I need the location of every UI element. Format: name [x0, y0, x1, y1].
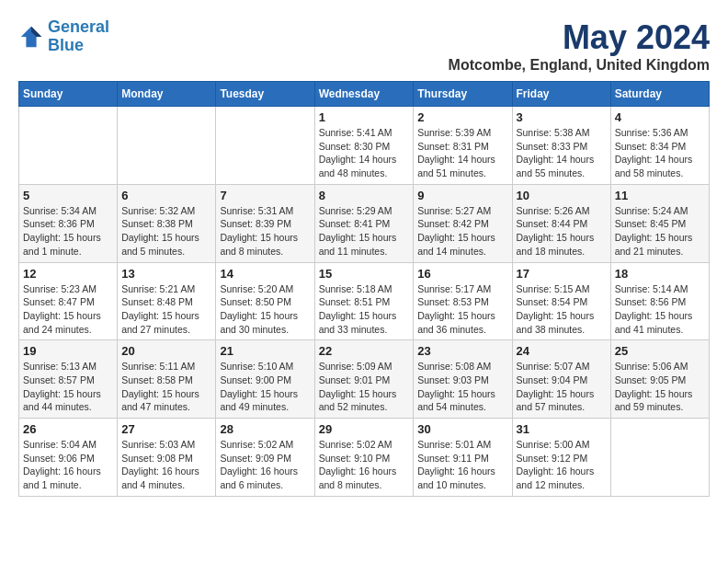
- calendar-cell: 3Sunrise: 5:38 AMSunset: 8:33 PMDaylight…: [512, 107, 610, 185]
- day-info: Sunrise: 5:21 AMSunset: 8:48 PMDaylight:…: [121, 282, 211, 337]
- calendar-cell: 5Sunrise: 5:34 AMSunset: 8:36 PMDaylight…: [19, 184, 118, 262]
- calendar-cell: 1Sunrise: 5:41 AMSunset: 8:30 PMDaylight…: [314, 107, 414, 185]
- day-info: Sunrise: 5:02 AMSunset: 9:09 PMDaylight:…: [220, 438, 310, 492]
- day-number: 29: [319, 422, 410, 436]
- calendar-week-3: 12Sunrise: 5:23 AMSunset: 8:47 PMDayligh…: [19, 262, 710, 340]
- location: Motcombe, England, United Kingdom: [449, 57, 710, 74]
- day-info: Sunrise: 5:06 AMSunset: 9:05 PMDaylight:…: [615, 360, 705, 414]
- day-number: 18: [615, 267, 705, 281]
- calendar-cell: [610, 419, 709, 497]
- day-number: 20: [121, 344, 211, 358]
- logo: GeneralBlue: [18, 18, 109, 55]
- calendar-cell: 14Sunrise: 5:20 AMSunset: 8:50 PMDayligh…: [216, 262, 314, 340]
- col-header-saturday: Saturday: [610, 82, 709, 107]
- calendar-cell: 7Sunrise: 5:31 AMSunset: 8:39 PMDaylight…: [216, 184, 314, 262]
- day-info: Sunrise: 5:10 AMSunset: 9:00 PMDaylight:…: [220, 360, 310, 414]
- calendar-week-5: 26Sunrise: 5:04 AMSunset: 9:06 PMDayligh…: [19, 419, 710, 497]
- day-number: 24: [517, 344, 607, 358]
- day-number: 31: [517, 422, 607, 436]
- day-number: 6: [121, 189, 211, 202]
- calendar-cell: 21Sunrise: 5:10 AMSunset: 9:00 PMDayligh…: [216, 340, 314, 419]
- day-number: 5: [23, 189, 113, 202]
- calendar-cell: 6Sunrise: 5:32 AMSunset: 8:38 PMDaylight…: [118, 184, 216, 262]
- day-number: 27: [121, 422, 211, 436]
- day-number: 17: [517, 267, 607, 281]
- day-info: Sunrise: 5:02 AMSunset: 9:10 PMDaylight:…: [319, 438, 410, 492]
- day-info: Sunrise: 5:11 AMSunset: 8:58 PMDaylight:…: [121, 360, 211, 414]
- day-number: 8: [319, 189, 410, 202]
- day-number: 14: [220, 267, 310, 281]
- day-info: Sunrise: 5:38 AMSunset: 8:33 PMDaylight:…: [517, 126, 607, 180]
- calendar-cell: 27Sunrise: 5:03 AMSunset: 9:08 PMDayligh…: [118, 419, 216, 497]
- col-header-friday: Friday: [512, 82, 610, 107]
- day-number: 22: [319, 344, 410, 358]
- day-info: Sunrise: 5:31 AMSunset: 8:39 PMDaylight:…: [220, 204, 310, 259]
- day-info: Sunrise: 5:20 AMSunset: 8:50 PMDaylight:…: [220, 282, 310, 337]
- calendar-cell: 12Sunrise: 5:23 AMSunset: 8:47 PMDayligh…: [19, 262, 118, 340]
- calendar-cell: 28Sunrise: 5:02 AMSunset: 9:09 PMDayligh…: [216, 419, 314, 497]
- day-info: Sunrise: 5:17 AMSunset: 8:53 PMDaylight:…: [417, 282, 507, 337]
- day-info: Sunrise: 5:15 AMSunset: 8:54 PMDaylight:…: [517, 282, 607, 337]
- day-number: 23: [417, 344, 507, 358]
- day-number: 11: [615, 189, 705, 202]
- calendar-cell: 10Sunrise: 5:26 AMSunset: 8:44 PMDayligh…: [512, 184, 610, 262]
- col-header-monday: Monday: [118, 82, 216, 107]
- col-header-tuesday: Tuesday: [216, 82, 314, 107]
- calendar-header-row: SundayMondayTuesdayWednesdayThursdayFrid…: [19, 82, 710, 107]
- col-header-thursday: Thursday: [414, 82, 512, 107]
- day-number: 28: [220, 422, 310, 436]
- day-number: 26: [23, 422, 113, 436]
- calendar-cell: 17Sunrise: 5:15 AMSunset: 8:54 PMDayligh…: [512, 262, 610, 340]
- calendar-cell: 13Sunrise: 5:21 AMSunset: 8:48 PMDayligh…: [118, 262, 216, 340]
- day-info: Sunrise: 5:01 AMSunset: 9:11 PMDaylight:…: [417, 438, 507, 492]
- day-info: Sunrise: 5:23 AMSunset: 8:47 PMDaylight:…: [23, 282, 113, 337]
- day-info: Sunrise: 5:29 AMSunset: 8:41 PMDaylight:…: [319, 204, 410, 259]
- page-header: GeneralBlue May 2024 Motcombe, England, …: [18, 18, 710, 74]
- logo-icon: [18, 24, 44, 50]
- calendar-cell: 18Sunrise: 5:14 AMSunset: 8:56 PMDayligh…: [610, 262, 709, 340]
- calendar-cell: 31Sunrise: 5:00 AMSunset: 9:12 PMDayligh…: [512, 419, 610, 497]
- day-number: 21: [220, 344, 310, 358]
- calendar-cell: 8Sunrise: 5:29 AMSunset: 8:41 PMDaylight…: [314, 184, 414, 262]
- day-info: Sunrise: 5:14 AMSunset: 8:56 PMDaylight:…: [615, 282, 705, 337]
- day-info: Sunrise: 5:39 AMSunset: 8:31 PMDaylight:…: [417, 126, 507, 180]
- day-number: 19: [23, 344, 113, 358]
- day-number: 16: [417, 267, 507, 281]
- day-number: 7: [220, 189, 310, 202]
- calendar-week-1: 1Sunrise: 5:41 AMSunset: 8:30 PMDaylight…: [19, 107, 710, 185]
- day-info: Sunrise: 5:18 AMSunset: 8:51 PMDaylight:…: [319, 282, 410, 337]
- day-info: Sunrise: 5:08 AMSunset: 9:03 PMDaylight:…: [417, 360, 507, 414]
- day-info: Sunrise: 5:27 AMSunset: 8:42 PMDaylight:…: [417, 204, 507, 259]
- day-info: Sunrise: 5:09 AMSunset: 9:01 PMDaylight:…: [319, 360, 410, 414]
- calendar-cell: [216, 107, 314, 185]
- day-number: 2: [417, 110, 507, 124]
- calendar-cell: 19Sunrise: 5:13 AMSunset: 8:57 PMDayligh…: [19, 340, 118, 419]
- calendar-cell: 29Sunrise: 5:02 AMSunset: 9:10 PMDayligh…: [314, 419, 414, 497]
- calendar-cell: [19, 107, 118, 185]
- day-info: Sunrise: 5:00 AMSunset: 9:12 PMDaylight:…: [517, 438, 607, 492]
- calendar-week-4: 19Sunrise: 5:13 AMSunset: 8:57 PMDayligh…: [19, 340, 710, 419]
- day-number: 9: [417, 189, 507, 202]
- day-info: Sunrise: 5:07 AMSunset: 9:04 PMDaylight:…: [517, 360, 607, 414]
- day-number: 1: [319, 110, 410, 124]
- calendar-cell: 9Sunrise: 5:27 AMSunset: 8:42 PMDaylight…: [414, 184, 512, 262]
- calendar-cell: 25Sunrise: 5:06 AMSunset: 9:05 PMDayligh…: [610, 340, 709, 419]
- calendar-cell: [118, 107, 216, 185]
- calendar-cell: 4Sunrise: 5:36 AMSunset: 8:34 PMDaylight…: [610, 107, 709, 185]
- calendar-cell: 24Sunrise: 5:07 AMSunset: 9:04 PMDayligh…: [512, 340, 610, 419]
- col-header-wednesday: Wednesday: [314, 82, 414, 107]
- day-info: Sunrise: 5:34 AMSunset: 8:36 PMDaylight:…: [23, 204, 113, 259]
- calendar-cell: 30Sunrise: 5:01 AMSunset: 9:11 PMDayligh…: [414, 419, 512, 497]
- day-info: Sunrise: 5:04 AMSunset: 9:06 PMDaylight:…: [23, 438, 113, 492]
- day-info: Sunrise: 5:13 AMSunset: 8:57 PMDaylight:…: [23, 360, 113, 414]
- month-title: May 2024: [449, 18, 710, 57]
- logo-text: GeneralBlue: [48, 18, 109, 55]
- day-info: Sunrise: 5:41 AMSunset: 8:30 PMDaylight:…: [319, 126, 410, 180]
- day-number: 12: [23, 267, 113, 281]
- day-info: Sunrise: 5:32 AMSunset: 8:38 PMDaylight:…: [121, 204, 211, 259]
- day-number: 10: [517, 189, 607, 202]
- day-info: Sunrise: 5:36 AMSunset: 8:34 PMDaylight:…: [615, 126, 705, 180]
- calendar-cell: 22Sunrise: 5:09 AMSunset: 9:01 PMDayligh…: [314, 340, 414, 419]
- day-number: 3: [517, 110, 607, 124]
- title-block: May 2024 Motcombe, England, United Kingd…: [449, 18, 710, 74]
